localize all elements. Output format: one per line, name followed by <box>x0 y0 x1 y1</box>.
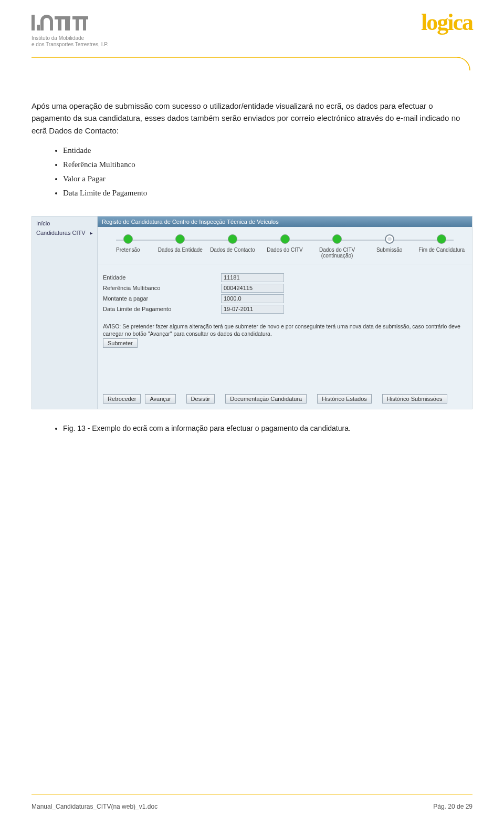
bottom-button-row: Retroceder Avançar Desistir Documentação… <box>98 357 472 409</box>
wizard-step-dados-citv[interactable]: Dados do CITV <box>259 234 311 253</box>
step-dot-icon <box>228 234 237 244</box>
chevron-right-icon: ▸ <box>90 230 93 236</box>
wizard-step-dados-citv-cont[interactable]: Dados do CITV (continuação) <box>311 234 363 259</box>
wizard-step-label: Dados do CITV <box>260 247 310 253</box>
wizard-step-submissao[interactable]: Submissão <box>363 234 416 253</box>
label-data-limite: Data Limite de Pagamento <box>103 306 221 312</box>
step-dot-current-icon <box>385 234 394 244</box>
sidebar-item-label: Candidaturas CITV <box>36 230 86 236</box>
documentacao-button[interactable]: Documentação Candidatura <box>225 394 307 404</box>
wizard-step-fim[interactable]: Fim de Candidatura <box>415 234 468 253</box>
submeter-button[interactable]: Submeter <box>103 338 138 348</box>
label-referencia: Referência Multibanco <box>103 285 221 291</box>
app-titlebar: Registo de Candidatura de Centro de Insp… <box>98 216 472 227</box>
wizard-step-label: Dados de Contacto <box>207 247 258 253</box>
imtt-logo-graphic <box>32 13 108 33</box>
page-footer: Manual_Candidaturas_CITV(na web)_v1.doc … <box>32 803 472 810</box>
step-dot-icon <box>332 234 342 244</box>
wizard-step-label: Dados da Entidade <box>155 247 206 253</box>
historico-submissoes-button[interactable]: Histórico Submissões <box>382 394 447 404</box>
footer-divider <box>32 794 472 794</box>
historico-estados-button[interactable]: Histórico Estados <box>317 394 372 404</box>
input-referencia[interactable] <box>221 284 284 293</box>
sidebar-item-inicio[interactable]: Início <box>32 219 97 228</box>
step-dot-icon <box>123 234 133 244</box>
input-data-limite[interactable] <box>221 305 284 314</box>
sidebar-item-label: Início <box>36 220 50 226</box>
header-divider <box>32 56 472 71</box>
svg-rect-6 <box>76 16 79 30</box>
payment-form: Entidade Referência Multibanco Montante … <box>98 264 472 318</box>
wizard-steps: Pretensão Dados da Entidade Dados de Con… <box>98 227 472 264</box>
bullet-entidade: Entidade <box>63 146 472 155</box>
app-screenshot: Início Candidaturas CITV ▸ Registo de Ca… <box>32 216 472 409</box>
svg-rect-1 <box>37 25 40 30</box>
bullet-data-limite: Data Limite de Pagamento <box>63 189 472 198</box>
submit-button-row: Submeter <box>98 338 472 357</box>
wizard-step-dados-contacto[interactable]: Dados de Contacto <box>206 234 259 253</box>
imtt-logo: Instituto da Mobilidade e dos Transporte… <box>32 13 108 48</box>
svg-rect-3 <box>58 16 61 30</box>
bullet-referencia: Referência Multibanco <box>63 160 472 169</box>
app-main: Registo de Candidatura de Centro de Insp… <box>98 216 472 409</box>
wizard-step-pretensao[interactable]: Pretensão <box>102 234 154 253</box>
imtt-subtitle-line1: Instituto da Mobilidade <box>32 35 108 42</box>
aviso-text: AVISO: Se pretender fazer alguma alteraç… <box>98 318 472 338</box>
wizard-step-label: Fim de Candidatura <box>416 247 467 253</box>
input-montante[interactable] <box>221 294 284 303</box>
intro-paragraph: Após uma operação de submissão com suces… <box>32 100 472 137</box>
wizard-step-label: Submissão <box>364 247 415 253</box>
svg-rect-7 <box>83 16 86 30</box>
retroceder-button[interactable]: Retroceder <box>103 394 141 404</box>
wizard-step-label: Pretensão <box>103 247 153 253</box>
figure-caption: Fig. 13 - Exemplo do ecrã com a informaç… <box>63 424 472 432</box>
logica-logo: logica <box>421 13 472 32</box>
figure-caption-list: Fig. 13 - Exemplo do ecrã com a informaç… <box>32 424 472 432</box>
wizard-step-label: Dados do CITV (continuação) <box>312 247 362 259</box>
desistir-button[interactable]: Desistir <box>186 394 215 404</box>
avancar-button[interactable]: Avançar <box>145 394 175 404</box>
app-sidebar: Início Candidaturas CITV ▸ <box>32 216 98 409</box>
label-montante: Montante a pagar <box>103 295 221 302</box>
wizard-step-dados-entidade[interactable]: Dados da Entidade <box>154 234 207 253</box>
step-dot-icon <box>437 234 446 244</box>
footer-filename: Manual_Candidaturas_CITV(na web)_v1.doc <box>32 803 158 810</box>
step-dot-icon <box>175 234 185 244</box>
input-entidade[interactable] <box>221 273 284 282</box>
payment-fields-list: Entidade Referência Multibanco Valor a P… <box>32 146 472 198</box>
label-entidade: Entidade <box>103 274 221 281</box>
bullet-valor: Valor a Pagar <box>63 174 472 183</box>
page-header: Instituto da Mobilidade e dos Transporte… <box>32 13 472 48</box>
svg-rect-0 <box>32 15 35 30</box>
imtt-subtitle-line2: e dos Transportes Terrestres, I.P. <box>32 42 108 48</box>
footer-page-number: Pág. 20 de 29 <box>433 803 472 810</box>
svg-rect-4 <box>65 16 68 30</box>
sidebar-item-candidaturas[interactable]: Candidaturas CITV ▸ <box>32 228 97 238</box>
step-dot-icon <box>280 234 290 244</box>
